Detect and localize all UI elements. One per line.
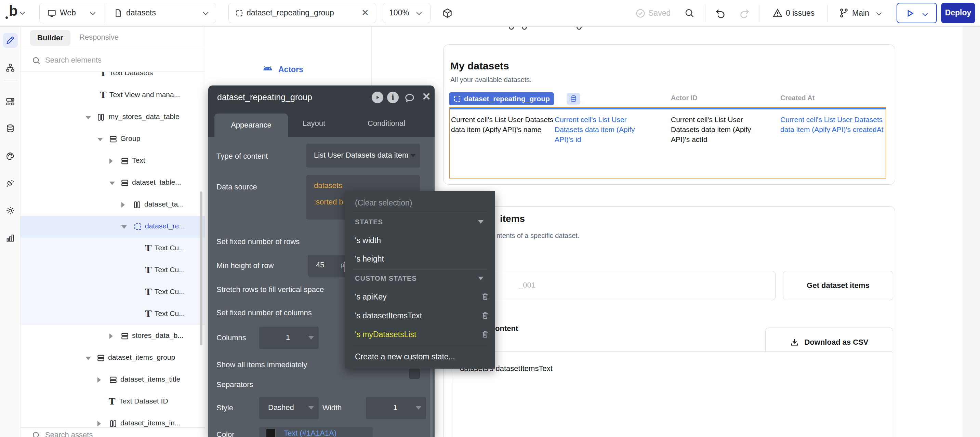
get-dataset-items-button[interactable]: Get dataset items [783,271,893,300]
columns-select[interactable]: 1 [259,327,319,349]
tree-item-text[interactable]: Text [21,150,205,172]
trash-icon[interactable] [481,311,490,320]
type-of-content-select[interactable]: List User Datasets data item [306,144,420,168]
tree-item-group[interactable]: Group [21,128,205,150]
color-value[interactable]: Text (#1A1A1A) [284,429,336,437]
branch-chevron-down-icon[interactable] [877,10,882,16]
close-icon[interactable]: ✕ [361,3,369,22]
page-select[interactable]: datasets [126,3,156,22]
sidebar-item-actors[interactable]: Actors [278,65,303,74]
menu-item-datasetitemstext[interactable]: 's datasetItemsText [355,311,422,320]
trash-icon[interactable] [481,292,490,301]
tree-item-text-current-2[interactable]: T Text Cu... [21,259,205,281]
menu-header-states[interactable]: STATES [355,218,383,226]
gear-icon[interactable] [3,203,18,218]
close-icon[interactable]: ✕ [422,90,434,103]
comment-icon[interactable] [404,93,417,105]
menu-item-create-custom-state[interactable]: Create a new custom state... [355,352,455,361]
platform-select[interactable]: Web [60,3,76,22]
play-icon[interactable] [372,92,384,104]
tree-item-text-dataset-id[interactable]: T Text Dataset ID [21,391,205,413]
inspector-header[interactable]: dataset_repeating_group i ✕ [208,86,434,110]
caret-right-icon[interactable] [97,377,101,383]
caret-down-icon[interactable] [478,220,484,224]
menu-item-apikey[interactable]: 's apiKey [355,292,387,302]
logo-chevron-down-icon[interactable] [20,10,25,15]
search-icon[interactable] [684,8,695,19]
color-swatch[interactable] [266,429,275,437]
platform-chevron-down-icon[interactable] [90,10,96,15]
page-chevron-down-icon[interactable] [203,10,208,15]
tree-item-text-current-4[interactable]: T Text Cu... [21,303,205,325]
tree-item-dataset-ta[interactable]: dataset_ta... [21,194,205,216]
tab-builder[interactable]: Builder [30,30,70,46]
tab-responsive[interactable]: Responsive [80,33,119,42]
data-source-badge[interactable] [566,93,580,105]
tab-layout[interactable]: Layout [302,110,325,137]
element-search-bar[interactable]: Search elements [21,49,205,72]
menu-item-width[interactable]: 's width [355,236,381,245]
show-all-items-checkbox[interactable] [409,369,420,379]
chart-icon[interactable] [3,230,18,246]
separator-color-field[interactable]: Text (#1A1A1A) [259,427,373,437]
preview-button[interactable] [897,3,937,23]
caret-down-icon[interactable] [97,138,103,141]
caret-right-icon[interactable] [110,158,113,164]
dataset-content-box[interactable]: datasets's datasetItemsText [452,351,893,437]
info-icon[interactable]: i [387,92,399,104]
caret-right-icon[interactable] [97,421,101,426]
expression-token[interactable]: datasets [314,181,342,190]
tree-item-dataset-repeating-group-selected[interactable]: dataset_re... [21,216,205,238]
undo-icon[interactable] [715,8,726,19]
tree-item-dataset-table[interactable]: dataset_table... [21,172,205,194]
tab-appearance[interactable]: Appearance [215,113,288,137]
element-tab[interactable]: dataset_repeating_group ✕ [228,3,376,23]
cube-icon[interactable] [442,8,453,19]
issues-count[interactable]: 0 issues [786,3,815,23]
tree-scrollbar[interactable] [200,191,202,345]
separator-width-select[interactable]: 1 [366,397,426,419]
caret-down-icon[interactable] [86,357,91,360]
menu-header-custom-states[interactable]: CUSTOM STATES [355,275,417,283]
search-input[interactable]: Search elements [45,56,102,65]
pencil-icon[interactable] [3,33,18,48]
trash-icon[interactable] [481,330,490,338]
table-cell-name[interactable]: Current cell's List User Datasets data i… [451,114,557,134]
tree-item-dataset-items-title[interactable]: dataset_items_title [21,369,205,391]
plugin-icon[interactable] [3,176,18,191]
table-cell-actid[interactable]: Current cell's List User Datasets data i… [671,114,752,144]
assets-search-bar[interactable]: Search assets [21,427,205,437]
separator-style-select[interactable]: Dashed [259,397,319,419]
workflow-icon[interactable] [3,60,18,75]
bubble-logo[interactable]: b [9,3,18,19]
caret-down-icon[interactable] [121,225,127,229]
components-icon[interactable] [3,94,18,109]
tab-conditional[interactable]: Conditional [368,110,405,137]
deploy-button[interactable]: Deploy [941,3,975,23]
tree-item-dataset-items-group[interactable]: dataset_items_group [21,347,205,369]
table-cell-id[interactable]: Current cell's List User Datasets data i… [555,114,636,144]
table-cell-createdat[interactable]: Current cell's List User Datasets data i… [780,114,891,134]
menu-item-height[interactable]: 's height [355,254,384,264]
caret-right-icon[interactable] [121,202,125,208]
expression-modifier[interactable]: :sorted b [314,198,343,207]
menu-item-clear-selection[interactable]: (Clear selection) [355,198,412,208]
tree-item-stores-data-b[interactable]: stores_data_b... [21,325,205,347]
tree-item-text-current-1[interactable]: T Text Cu... [21,238,205,259]
branch-select[interactable]: Main [852,3,869,23]
caret-right-icon[interactable] [110,334,113,339]
database-icon[interactable] [3,121,18,136]
zoom-control[interactable]: 100% [383,3,431,23]
palette-icon[interactable] [3,149,18,164]
menu-item-mydatasetslist-highlighted[interactable]: 's myDatasetsList [355,330,417,339]
tree-item-my-stores-data-table[interactable]: my_stores_data_table [21,106,205,128]
tree-item-text-view[interactable]: T Text View and mana... [21,84,205,106]
redo-icon[interactable] [738,8,750,19]
dataset-id-input[interactable]: _001 [455,271,776,300]
caret-down-icon[interactable] [86,116,91,119]
caret-down-icon[interactable] [478,277,484,280]
caret-down-icon[interactable] [110,181,115,185]
selected-element-chip[interactable]: dataset_repeating_group [449,92,554,105]
tree-item-text-current-3[interactable]: T Text Cu... [21,281,205,303]
assets-search-input[interactable]: Search assets [45,431,93,437]
